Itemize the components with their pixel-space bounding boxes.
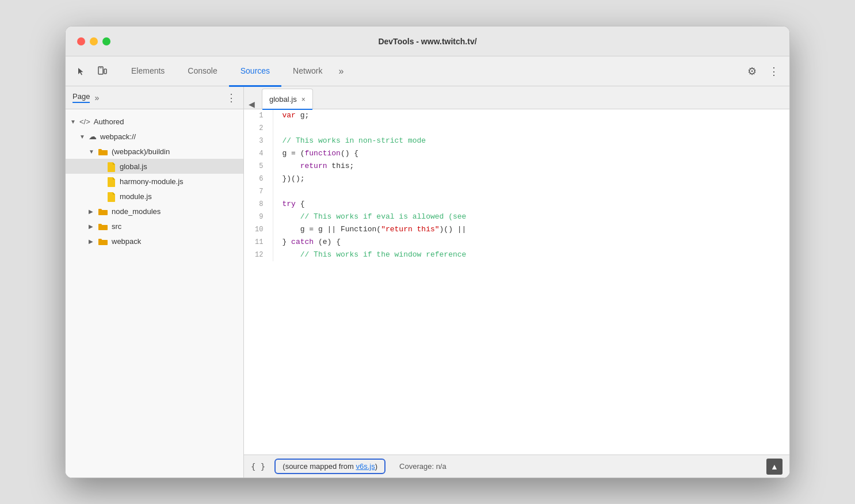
tree-item-src[interactable]: ▶ src — [66, 219, 243, 234]
format-braces-button[interactable]: { } — [251, 462, 265, 471]
sidebar-toggle-icon[interactable]: ◀ — [249, 100, 255, 109]
tree-item-webpack-folder[interactable]: ▶ webpack — [66, 234, 243, 249]
more-tabs-icon[interactable]: » — [334, 66, 348, 77]
line-num-9: 9 — [244, 211, 273, 223]
minimize-button[interactable] — [90, 37, 98, 45]
line-num-4: 4 — [244, 147, 273, 160]
tree-label-webpack-folder: webpack — [112, 237, 141, 246]
code-line-7: 7 — [244, 185, 789, 198]
tree-item-harmony-module-js[interactable]: harmony-module.js — [66, 174, 243, 189]
tree-item-global-js[interactable]: global.js — [66, 159, 243, 174]
scroll-to-top-button[interactable]: ▲ — [766, 459, 783, 475]
tab-sources[interactable]: Sources — [229, 57, 281, 87]
line-num-11: 11 — [244, 236, 273, 249]
line-num-2: 2 — [244, 122, 273, 135]
code-line-2: 2 — [244, 122, 789, 135]
panel-menu-icon[interactable]: ⋮ — [226, 91, 236, 104]
cloud-icon: ☁ — [89, 132, 97, 141]
code-line-10: 10 g = g || Function("return this")() || — [244, 223, 789, 236]
line-code-4: g = (function() { — [273, 147, 789, 160]
folder-icon-buildin — [98, 148, 108, 156]
titlebar: DevTools - www.twitch.tv/ — [66, 26, 789, 56]
tree-item-authored[interactable]: ▼ </> Authored — [66, 114, 243, 129]
editor-tab-global-js[interactable]: global.js × — [262, 89, 313, 109]
code-line-3: 3 // This works in non-strict mode — [244, 135, 789, 147]
line-code-1: var g; — [273, 109, 789, 122]
device-toolbar-icon[interactable] — [93, 63, 110, 80]
line-num-1: 1 — [244, 109, 273, 122]
code-line-12: 12 // This works if the window reference — [244, 249, 789, 261]
settings-icon[interactable]: ⚙ — [743, 63, 761, 80]
tree-arrow-webpack: ▼ — [79, 133, 89, 140]
code-editor-panel: ◀ global.js × 1 var g; 2 — [244, 86, 789, 478]
tab-network[interactable]: Network — [281, 57, 334, 87]
line-code-9: // This works if eval is allowed (see — [273, 211, 789, 223]
coverage-indicator: Coverage: n/a — [399, 462, 446, 471]
source-map-suffix: ) — [375, 462, 377, 471]
tree-arrow-authored: ▼ — [70, 119, 79, 125]
tree-label-global-js: global.js — [120, 162, 147, 171]
tab-bar: Elements Console Sources Network » ⚙ ⋮ — [66, 56, 789, 86]
tree-label-src: src — [112, 222, 121, 231]
line-code-6: })(); — [273, 173, 789, 185]
code-line-5: 5 return this; — [244, 160, 789, 173]
line-num-8: 8 — [244, 198, 273, 211]
line-code-7 — [273, 185, 789, 198]
tab-console[interactable]: Console — [176, 57, 228, 87]
tree-item-node-modules[interactable]: ▶ node_modules — [66, 204, 243, 219]
source-map-link[interactable]: v6s.js — [356, 462, 375, 471]
main-content: Page » ⋮ ▼ </> Authored ▼ ☁ webpack:// — [66, 86, 789, 478]
code-line-6: 6 })(); — [244, 173, 789, 185]
source-map-text: (source mapped from — [283, 462, 356, 471]
tree-item-module-js[interactable]: module.js — [66, 189, 243, 204]
tree-item-webpack[interactable]: ▼ ☁ webpack:// — [66, 129, 243, 144]
tab-close-icon[interactable]: × — [301, 96, 306, 103]
line-code-12: // This works if the window reference — [273, 249, 789, 261]
more-options-icon[interactable]: ⋮ — [765, 63, 783, 80]
cursor-icon[interactable] — [72, 63, 90, 80]
tree-arrow-src: ▶ — [89, 223, 98, 230]
file-tree: ▼ </> Authored ▼ ☁ webpack:// ▼ (webpack… — [66, 109, 243, 478]
tree-label-module-js: module.js — [120, 192, 152, 201]
tree-label-node-modules: node_modules — [112, 207, 161, 216]
line-code-3: // This works in non-strict mode — [273, 135, 789, 147]
line-num-3: 3 — [244, 135, 273, 147]
line-code-10: g = g || Function("return this")() || — [273, 223, 789, 236]
code-editor[interactable]: 1 var g; 2 3 // This works in non-strict… — [244, 109, 789, 455]
tree-label-authored: Authored — [94, 117, 124, 126]
tree-label-buildin: (webpack)/buildin — [112, 147, 170, 156]
line-code-11: } catch (e) { — [273, 236, 789, 249]
line-code-5: return this; — [273, 160, 789, 173]
svg-rect-1 — [100, 67, 102, 68]
source-map-indicator: (source mapped from v6s.js) — [274, 459, 385, 474]
file-icon-global — [107, 162, 116, 172]
line-code-8: try { — [273, 198, 789, 211]
toolbar-icons — [72, 63, 110, 80]
tab-elements[interactable]: Elements — [120, 57, 176, 87]
close-button[interactable] — [77, 37, 85, 45]
editor-tab-label: global.js — [269, 95, 297, 104]
line-num-12: 12 — [244, 249, 273, 261]
panel-more-icon[interactable]: » — [94, 93, 99, 102]
devtools-window: DevTools - www.twitch.tv/ Elements — [65, 26, 790, 478]
line-code-2 — [273, 122, 789, 135]
folder-icon-src — [98, 223, 108, 231]
tree-label-webpack: webpack:// — [100, 132, 136, 141]
tree-arrow-buildin: ▼ — [89, 148, 98, 155]
file-icon-module — [107, 192, 116, 202]
tree-arrow-webpack-folder: ▶ — [89, 238, 98, 245]
tabbar-right-controls: ⚙ ⋮ — [743, 63, 783, 80]
line-num-10: 10 — [244, 223, 273, 236]
code-line-4: 4 g = (function() { — [244, 147, 789, 160]
code-icon: </> — [79, 117, 90, 126]
svg-rect-2 — [104, 69, 106, 74]
file-tree-panel: Page » ⋮ ▼ </> Authored ▼ ☁ webpack:// — [66, 86, 244, 478]
line-num-5: 5 — [244, 160, 273, 173]
tree-item-buildin[interactable]: ▼ (webpack)/buildin — [66, 144, 243, 159]
editor-tab-bar: ◀ global.js × — [244, 86, 789, 109]
code-line-9: 9 // This works if eval is allowed (see — [244, 211, 789, 223]
code-line-8: 8 try { — [244, 198, 789, 211]
tree-arrow-node-modules: ▶ — [89, 208, 98, 215]
maximize-button[interactable] — [102, 37, 110, 45]
line-num-6: 6 — [244, 173, 273, 185]
